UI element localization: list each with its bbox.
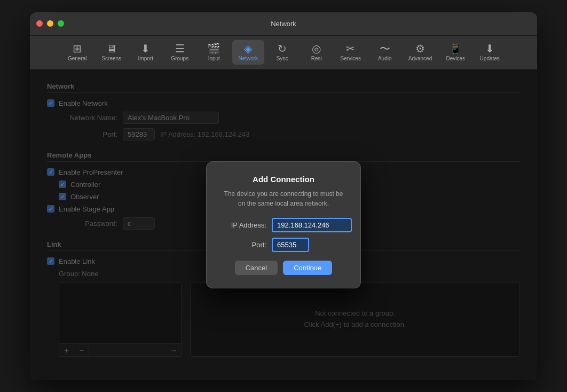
main-content: Network Enable Network Network Name: Ale…: [30, 69, 537, 380]
sync-icon: ↻: [278, 43, 287, 54]
maximize-button[interactable]: [58, 20, 64, 27]
resi-icon: ◎: [312, 43, 321, 54]
titlebar: Network: [30, 12, 537, 36]
modal-title: Add Connection: [224, 175, 343, 184]
minimize-button[interactable]: [47, 20, 53, 27]
modal-ip-row: IP Address:: [224, 218, 343, 232]
cancel-button[interactable]: Cancel: [235, 261, 278, 275]
toolbar-item-audio[interactable]: 〜 Audio: [369, 40, 401, 65]
devices-icon: 📱: [449, 43, 462, 54]
screens-icon: 🖥: [106, 43, 117, 54]
app-window: Network ⊞ General 🖥 Screens ⬇ Import ☰ G…: [30, 12, 537, 380]
network-icon: ◈: [244, 43, 252, 54]
toolbar-item-import[interactable]: ⬇ Import: [130, 40, 162, 65]
import-icon: ⬇: [141, 43, 150, 54]
traffic-lights: [36, 20, 64, 27]
modal-ip-label: IP Address:: [224, 221, 266, 229]
toolbar-item-resi[interactable]: ◎ Resi: [301, 40, 333, 65]
modal-buttons: Cancel Continue: [224, 261, 343, 275]
toolbar-item-devices[interactable]: 📱 Devices: [439, 40, 471, 65]
modal-description: The device you are connecting to must be…: [224, 189, 343, 208]
modal-port-row: Port:: [224, 238, 343, 252]
add-connection-modal: Add Connection The device you are connec…: [206, 161, 361, 288]
modal-ip-input[interactable]: [272, 218, 352, 232]
close-button[interactable]: [36, 20, 43, 27]
toolbar-item-network[interactable]: ◈ Network: [232, 40, 264, 65]
modal-port-input[interactable]: [272, 238, 309, 252]
toolbar-item-advanced[interactable]: ⚙ Advanced: [403, 40, 437, 65]
input-icon: 🎬: [207, 43, 220, 54]
modal-overlay: Add Connection The device you are connec…: [30, 69, 537, 380]
continue-button[interactable]: Continue: [283, 261, 332, 275]
updates-icon: ⬇: [485, 43, 494, 54]
toolbar-item-screens[interactable]: 🖥 Screens: [96, 40, 128, 65]
toolbar-item-general[interactable]: ⊞ General: [61, 40, 93, 65]
toolbar: ⊞ General 🖥 Screens ⬇ Import ☰ Groups 🎬 …: [30, 36, 537, 69]
general-icon: ⊞: [73, 43, 82, 54]
groups-icon: ☰: [175, 43, 185, 54]
toolbar-item-input[interactable]: 🎬 Input: [198, 40, 230, 65]
services-icon: ✂: [346, 43, 355, 54]
window-title: Network: [271, 20, 296, 28]
toolbar-item-services[interactable]: ✂ Services: [335, 40, 367, 65]
advanced-icon: ⚙: [415, 43, 425, 54]
modal-port-label: Port:: [224, 241, 266, 249]
toolbar-item-groups[interactable]: ☰ Groups: [164, 40, 196, 65]
toolbar-item-updates[interactable]: ⬇ Updates: [474, 40, 506, 65]
toolbar-item-sync[interactable]: ↻ Sync: [266, 40, 298, 65]
audio-icon: 〜: [380, 43, 390, 54]
